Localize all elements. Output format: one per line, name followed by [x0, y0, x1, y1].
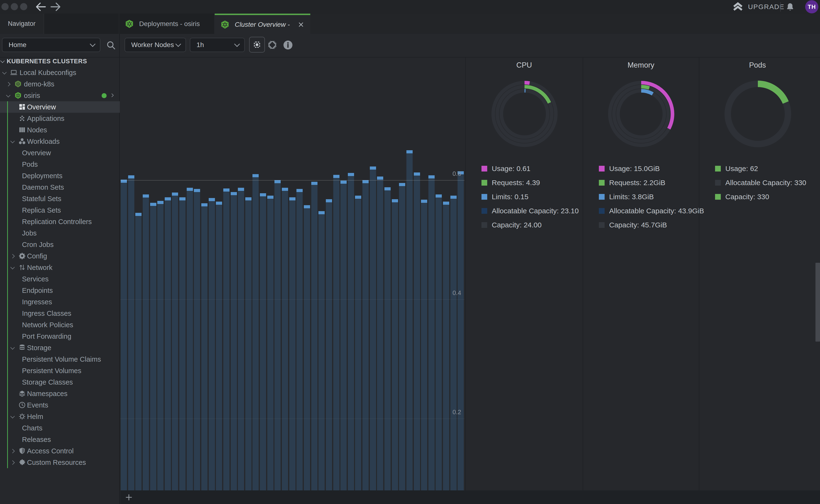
time-range-select[interactable]: 1h	[190, 38, 245, 52]
nodes-filter-select[interactable]: Worker Nodes	[124, 38, 186, 52]
sidebar-item-charts[interactable]: Charts	[0, 422, 120, 434]
sidebar-item-local-kubeconfigs[interactable]: Local Kubeconfigs	[0, 67, 120, 78]
legend-item: Capacity: 45.7GiB	[599, 218, 704, 232]
back-arrow-icon[interactable]	[34, 0, 48, 14]
sidebar-item-persistent-volume-claims[interactable]: Persistent Volume Claims	[0, 354, 120, 365]
sidebar-item-stateful-sets[interactable]: Stateful Sets	[0, 193, 120, 204]
sidebar-item-ingress-classes[interactable]: Ingress Classes	[0, 308, 120, 319]
bar	[399, 183, 405, 490]
sidebar-item-replica-sets[interactable]: Replica Sets	[0, 204, 120, 216]
legend-cpu: Usage: 0.61Requests: 4.39Limits: 0.15All…	[481, 161, 579, 232]
context-select[interactable]: Home	[2, 38, 100, 52]
sidebar-item-deployments[interactable]: Deployments	[0, 170, 120, 182]
legend-pods: Usage: 62Allocatable Capacity: 330Capaci…	[715, 161, 806, 204]
window-button-1[interactable]	[1, 3, 9, 10]
vertical-scrollbar-thumb[interactable]	[815, 263, 820, 342]
bar	[297, 189, 303, 490]
nodes-filter-value: Worker Nodes	[131, 41, 174, 49]
app-window: UPGRADE TH Navigator Deployments - osiri…	[0, 0, 820, 504]
bar	[340, 181, 347, 490]
tab-cluster-overview-osiris[interactable]: Cluster Overview - osiris	[215, 14, 310, 34]
legend-color-swatch	[715, 194, 721, 200]
sidebar-item-replication-controllers[interactable]: Replication Controllers	[0, 216, 120, 227]
sidebar-item-ingresses[interactable]: Ingresses	[0, 296, 120, 308]
sidebar-item-label: Namespaces	[27, 388, 67, 399]
bar	[326, 199, 332, 490]
sidebar-item-label: Storage	[27, 342, 51, 354]
shield-icon	[18, 447, 26, 455]
upgrade-button[interactable]: UPGRADE	[731, 0, 784, 14]
sidebar-item-config[interactable]: Config	[0, 250, 120, 262]
y-axis-tick-label: 0.4	[453, 289, 461, 297]
kubernetes-cluster-icon	[14, 80, 22, 88]
sidebar-item-demo-k8s[interactable]: demo-k8s	[0, 78, 120, 90]
sidebar-item-releases[interactable]: Releases	[0, 434, 120, 445]
bar	[267, 196, 274, 490]
tree-indent-guide	[7, 101, 8, 468]
sidebar-item-port-forwarding[interactable]: Port Forwarding	[0, 331, 120, 342]
sidebar-item-persistent-volumes[interactable]: Persistent Volumes	[0, 365, 120, 376]
sidebar-item-label: Access Control	[27, 445, 74, 457]
sidebar-item-network-policies[interactable]: Network Policies	[0, 319, 120, 331]
sidebar-item-applications[interactable]: Applications	[0, 113, 120, 124]
legend-item: Usage: 62	[715, 161, 806, 176]
legend-label: Requests: 4.39	[492, 179, 540, 187]
info-icon[interactable]	[283, 40, 293, 50]
sidebar-item-services[interactable]: Services	[0, 273, 120, 285]
bar	[370, 166, 376, 490]
legend-item: Limits: 0.15	[481, 190, 579, 204]
legend-color-swatch	[481, 166, 487, 172]
upgrade-chevrons-icon	[731, 0, 745, 14]
avatar[interactable]: TH	[805, 0, 818, 13]
sidebar-item-jobs[interactable]: Jobs	[0, 227, 120, 239]
legend-label: Capacity: 24.00	[492, 221, 541, 229]
sidebar-item-endpoints[interactable]: Endpoints	[0, 285, 120, 296]
sidebar-item-storage[interactable]: Storage	[0, 342, 120, 354]
network-icon	[18, 264, 26, 271]
bar	[201, 203, 208, 490]
kubernetes-cluster-icon	[14, 92, 22, 99]
sidebar-item-overview[interactable]: Overview	[0, 147, 120, 159]
cpu-chip-icon	[252, 39, 262, 50]
plus-icon[interactable]	[124, 493, 133, 502]
sidebar-item-osiris[interactable]: osiris	[0, 90, 120, 101]
forward-arrow-icon[interactable]	[49, 0, 62, 14]
sidebar-item-helm[interactable]: Helm	[0, 411, 120, 422]
bar	[333, 175, 340, 490]
sidebar-item-daemon-sets[interactable]: Daemon Sets	[0, 182, 120, 193]
search-icon[interactable]	[106, 40, 116, 50]
bar	[231, 192, 237, 490]
sidebar-item-events[interactable]: Events	[0, 399, 120, 411]
window-button-3[interactable]	[20, 3, 27, 10]
bar	[414, 172, 420, 490]
bar	[253, 174, 259, 490]
sidebar-item-workloads[interactable]: Workloads	[0, 136, 120, 147]
navigator-label: Navigator	[8, 20, 36, 27]
sidebar-item-custom-resources[interactable]: Custom Resources	[0, 457, 120, 468]
sidebar-item-cron-jobs[interactable]: Cron Jobs	[0, 239, 120, 250]
sidebar-item-network[interactable]: Network	[0, 262, 120, 273]
sidebar-item-pods[interactable]: Pods	[0, 159, 120, 170]
donut-chart-pods	[720, 76, 796, 153]
legend-label: Limits: 3.8GiB	[609, 193, 654, 201]
sidebar-item-label: Persistent Volume Claims	[22, 354, 101, 365]
legend-label: Usage: 15.0GiB	[609, 165, 660, 173]
sidebar-item-namespaces[interactable]: Namespaces	[0, 388, 120, 399]
close-tab-icon[interactable]	[297, 21, 305, 28]
sidebar-item-storage-classes[interactable]: Storage Classes	[0, 376, 120, 388]
sidebar-item-overview[interactable]: Overview	[0, 101, 120, 113]
sidebar-item-nodes[interactable]: Nodes	[0, 124, 120, 136]
panel-title: Memory	[583, 61, 699, 70]
tab-deployments-osiris[interactable]: Deployments - osiris	[119, 14, 215, 34]
chevron-right-icon[interactable]	[109, 92, 116, 98]
memory-chip-icon[interactable]	[265, 37, 280, 53]
window-button-2[interactable]	[11, 3, 18, 10]
bell-icon[interactable]	[785, 2, 795, 12]
sidebar-item-access-control[interactable]: Access Control	[0, 445, 120, 457]
cpu-metrics-toggle[interactable]	[249, 37, 265, 53]
bar	[311, 182, 318, 490]
donut-chart-cpu	[486, 76, 563, 153]
sidebar-item-label: osiris	[24, 90, 40, 101]
chevron-down-icon	[10, 139, 15, 143]
sidebar-item-label: Cron Jobs	[22, 239, 54, 250]
